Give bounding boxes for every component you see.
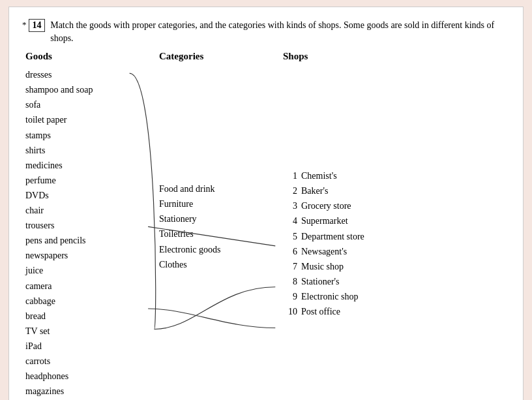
category-stationery: Stationery — [159, 211, 276, 226]
shop-number: 4 — [283, 213, 297, 228]
list-item: trousers — [25, 218, 153, 233]
list-item: camera — [25, 279, 153, 294]
shop-item: 3 Grocery store — [283, 198, 433, 213]
shop-name: Stationer's — [301, 274, 340, 289]
category-furniture: Furniture — [159, 196, 276, 211]
col-categories: Categories Food and drink Furniture Stat… — [153, 51, 276, 399]
shop-item: 2 Baker's — [283, 183, 433, 198]
shop-name: Baker's — [301, 183, 328, 198]
shop-name: Post office — [301, 304, 340, 319]
list-item: stamps — [25, 128, 153, 143]
col-goods: Goods dresses shampoo and soap sofa toil… — [22, 51, 153, 399]
shop-name: Department store — [301, 229, 364, 244]
content-area: Goods dresses shampoo and soap sofa toil… — [22, 51, 510, 399]
list-item: perfume — [25, 173, 153, 188]
shop-item: 7 Music shop — [283, 259, 433, 274]
question-number-box: 14 — [29, 19, 46, 32]
category-clothes: Clothes — [159, 257, 276, 272]
shop-number: 5 — [283, 229, 297, 244]
shop-item: 10 Post office — [283, 304, 433, 319]
question-star: * — [22, 20, 27, 30]
question-text: Match the goods with proper categories, … — [50, 19, 510, 44]
shop-number: 3 — [283, 198, 297, 213]
shop-item: 1 Chemist's — [283, 168, 433, 183]
shop-name: Music shop — [301, 259, 344, 274]
shop-item: 4 Supermarket — [283, 213, 433, 228]
categories-header: Categories — [159, 51, 276, 62]
list-item: DVDs — [25, 188, 153, 203]
shop-name: Chemist's — [301, 168, 337, 183]
shop-name: Newsagent's — [301, 244, 347, 259]
shop-name: Grocery store — [301, 198, 351, 213]
shop-item: 6 Newsagent's — [283, 244, 433, 259]
shop-number: 10 — [283, 304, 297, 319]
list-item: juice — [25, 263, 153, 278]
list-item: pens and pencils — [25, 233, 153, 248]
page-container: * 14 Match the goods with proper categor… — [8, 7, 524, 400]
category-electronic: Electronic goods — [159, 242, 276, 257]
shop-name: Electronic shop — [301, 289, 358, 304]
list-item: TV set — [25, 324, 153, 339]
list-item: medicines — [25, 158, 153, 173]
shop-number: 8 — [283, 274, 297, 289]
shop-item: 5 Department store — [283, 229, 433, 244]
list-item: iPad — [25, 339, 153, 354]
shop-item: 9 Electronic shop — [283, 289, 433, 304]
shop-number: 1 — [283, 168, 297, 183]
list-item: carrots — [25, 354, 153, 369]
shop-item: 8 Stationer's — [283, 274, 433, 289]
list-item: newspapers — [25, 248, 153, 263]
shops-header: Shops — [283, 51, 433, 62]
shop-name: Supermarket — [301, 213, 348, 228]
list-item: cabbage — [25, 294, 153, 309]
list-item: shirts — [25, 143, 153, 158]
goods-header: Goods — [25, 51, 153, 62]
list-item: dresses — [25, 67, 153, 82]
list-item: bread — [25, 309, 153, 324]
category-food: Food and drink — [159, 181, 276, 196]
shop-number: 9 — [283, 289, 297, 304]
shop-number: 2 — [283, 183, 297, 198]
shop-number: 6 — [283, 244, 297, 259]
question-header: * 14 Match the goods with proper categor… — [22, 19, 510, 44]
list-item: toilet paper — [25, 112, 153, 127]
list-item: headphones — [25, 369, 153, 384]
shop-number: 7 — [283, 259, 297, 274]
list-item: sofa — [25, 97, 153, 112]
list-item: chair — [25, 203, 153, 218]
col-shops: Shops 1 Chemist's 2 Baker's 3 Grocery st… — [276, 51, 433, 399]
category-toiletries: Toiletries — [159, 226, 276, 241]
list-item: magazines — [25, 384, 153, 399]
list-item: shampoo and soap — [25, 82, 153, 97]
